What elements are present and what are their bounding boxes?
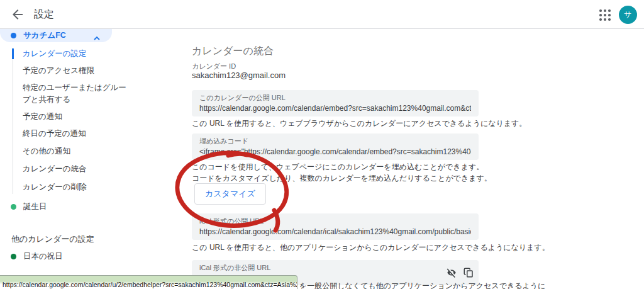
google-apps-grid-icon[interactable] <box>599 9 611 21</box>
sidebar-item-event-notifications[interactable]: 予定の通知 <box>23 111 130 123</box>
status-bar-link-preview: https://calendar.google.com/calendar/u/2… <box>0 275 297 289</box>
sidebar-calendar-birthdays[interactable]: 誕生日 <box>0 201 47 212</box>
embed-code-field[interactable]: 埋め込みコード <iframe src="https://calendar.go… <box>192 133 479 160</box>
calendar-id-value: sakachim123@gmail.com <box>192 71 286 80</box>
sidebar-item-calendar-settings[interactable]: カレンダーの設定 <box>23 48 130 60</box>
ical-public-url-label: iCal 形式の公開 URL <box>199 217 471 226</box>
ical-public-url-caption: この URL を使用すると、他のアプリケーションからこのカレンダーにアクセスでき… <box>192 242 550 253</box>
active-item-bar <box>12 48 14 59</box>
sidebar-calendar-japan-holidays[interactable]: 日本の祝日 <box>0 251 63 262</box>
calendar-color-dot <box>11 204 16 210</box>
chevron-up-icon[interactable] <box>93 32 101 42</box>
ical-private-url-label: iCal 形式の非公開 URL <box>199 263 471 273</box>
visibility-off-icon[interactable] <box>446 267 457 278</box>
sidebar-item-integrate-calendar[interactable]: カレンダーの統合 <box>23 163 130 175</box>
copy-icon[interactable] <box>463 267 474 278</box>
public-url-field[interactable]: このカレンダーの公開 URL https://calendar.google.c… <box>192 90 479 116</box>
ical-public-url-field[interactable]: iCal 形式の公開 URL https://calendar.google.c… <box>192 213 479 240</box>
sidebar: サカチムFC カレンダーの設定 予定のアクセス権限 特定のユーザーまたはグループ… <box>0 29 182 289</box>
sidebar-item-remove-calendar[interactable]: カレンダーの削除 <box>23 181 130 193</box>
calendar-color-dot <box>11 33 16 38</box>
main-content: カレンダーの統合 カレンダー ID sakachim123@gmail.com … <box>192 29 644 289</box>
calendar-id-label: カレンダー ID <box>192 62 236 71</box>
sidebar-item-event-access[interactable]: 予定のアクセス権限 <box>23 65 130 77</box>
sidebar-item-share-with-users[interactable]: 特定のユーザーまたはグループと共有する <box>23 82 130 106</box>
public-url-caption: この URL を使用すると、ウェブブラウザからこのカレンダーにアクセスできるよう… <box>192 118 526 129</box>
embed-code-label: 埋め込みコード <box>199 137 471 146</box>
status-bar-url: https://calendar.google.com/calendar/u/2… <box>3 281 297 288</box>
embed-code-value: <iframe src="https://calendar.google.com… <box>199 147 471 156</box>
embed-code-caption-2: コードをカスタマイズしたり、複数のカレンダーを埋め込んだりすることができます。 <box>192 173 492 184</box>
header: 設定 サ <box>0 0 644 28</box>
sidebar-calendar-sakachim-fc[interactable]: サカチムFC <box>0 29 112 42</box>
page-title: 設定 <box>34 8 54 21</box>
back-arrow-icon[interactable] <box>10 7 25 22</box>
calendar-color-dot <box>11 254 16 259</box>
ical-public-url-value: https://calendar.google.com/calendar/ica… <box>199 227 471 236</box>
ical-private-url-caption: を一般公開しなくても他のアプリケーションからアクセスできるように <box>299 281 545 289</box>
public-url-value: https://calendar.google.com/calendar/emb… <box>199 104 471 113</box>
sidebar-item-allday-notifications[interactable]: 終日の予定の通知 <box>23 128 130 140</box>
header-divider <box>0 28 644 29</box>
section-title: カレンダーの統合 <box>192 45 274 58</box>
customize-button[interactable]: カスタマイズ <box>194 183 266 205</box>
avatar[interactable]: サ <box>619 6 637 24</box>
other-calendars-section-header: 他のカレンダーの設定 <box>11 234 94 245</box>
public-url-label: このカレンダーの公開 URL <box>199 93 471 103</box>
sidebar-item-other-notifications[interactable]: その他の通知 <box>23 145 130 157</box>
sidebar-indent-rule <box>13 48 13 194</box>
embed-code-caption-1: このコードを使用して、ウェブページにこのカレンダーを埋め込むことができます。 <box>192 162 484 173</box>
calendar-name: サカチムFC <box>23 30 66 41</box>
